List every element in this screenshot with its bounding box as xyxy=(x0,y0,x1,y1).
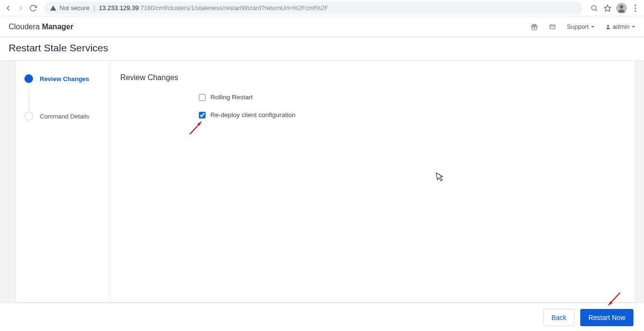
back-button[interactable]: Back xyxy=(543,309,575,326)
browser-bar: Not secure | 13.233.129.39:7180/cmf/clus… xyxy=(0,0,644,16)
reload-icon[interactable] xyxy=(29,4,37,12)
svg-marker-2 xyxy=(604,5,610,11)
svg-line-1 xyxy=(596,10,597,11)
svg-marker-14 xyxy=(197,122,201,126)
redeploy-client-row: Re-deploy client configuration xyxy=(120,111,625,118)
redeploy-client-label[interactable]: Re-deploy client configuration xyxy=(210,111,296,118)
address-bar[interactable]: Not secure | 13.233.129.39:7180/cmf/clus… xyxy=(44,1,583,15)
wizard-sidebar: Review Changes Command Details xyxy=(16,61,111,302)
svg-point-12 xyxy=(607,25,609,27)
step-bullet xyxy=(24,112,33,120)
addr-separator: | xyxy=(93,4,95,12)
restart-now-button[interactable]: Restart Now xyxy=(580,309,633,326)
rolling-restart-row: Rolling Restart xyxy=(120,94,625,101)
svg-point-5 xyxy=(634,4,636,6)
brand-first: Cloudera xyxy=(9,23,42,31)
menu-dots-icon[interactable] xyxy=(631,3,640,13)
wizard-footer: Back Restart Now xyxy=(0,303,644,331)
wizard-panel: Review Changes Command Details Review Ch… xyxy=(15,61,635,303)
gift-icon[interactable] xyxy=(530,23,538,31)
user-dropdown[interactable]: admin xyxy=(605,23,635,30)
content-heading: Review Changes xyxy=(120,73,625,82)
wizard-content: Review Changes Rolling Restart Re-deploy… xyxy=(111,61,635,302)
chevron-down-icon xyxy=(632,26,635,28)
profile-avatar[interactable] xyxy=(616,3,627,13)
svg-rect-11 xyxy=(550,25,555,29)
wizard-step-command-details[interactable]: Command Details xyxy=(24,111,104,121)
svg-point-4 xyxy=(620,5,623,8)
annotation-arrow-icon xyxy=(187,118,206,137)
url-path: :7180/cmf/clusters/1/staleness/restartWi… xyxy=(138,4,328,12)
url-host: 13.233.129.39 xyxy=(99,4,138,12)
main-area: Review Changes Command Details Review Ch… xyxy=(0,61,644,303)
support-dropdown[interactable]: Support xyxy=(567,23,595,30)
svg-line-13 xyxy=(190,122,201,134)
parcels-icon[interactable] xyxy=(549,23,556,31)
not-secure-warning: Not secure xyxy=(50,4,90,12)
page-search-icon[interactable] xyxy=(589,3,599,13)
url: 13.233.129.39:7180/cmf/clusters/1/stalen… xyxy=(99,4,328,12)
rolling-restart-label[interactable]: Rolling Restart xyxy=(210,94,253,101)
forward-icon xyxy=(16,4,25,12)
step-label: Review Changes xyxy=(40,75,89,83)
wizard-step-review-changes[interactable]: Review Changes xyxy=(24,73,104,84)
back-icon[interactable] xyxy=(4,4,12,12)
brand-bold: Manager xyxy=(42,23,73,31)
svg-point-7 xyxy=(634,10,636,12)
svg-point-6 xyxy=(634,7,636,9)
step-label: Command Details xyxy=(40,113,89,120)
page-title: Restart Stale Services xyxy=(9,42,635,54)
step-bullet xyxy=(24,74,33,83)
user-label: admin xyxy=(613,23,630,30)
brand[interactable]: Cloudera Manager xyxy=(9,23,73,31)
app-header: Cloudera Manager Support admin xyxy=(0,16,644,37)
chevron-down-icon xyxy=(591,26,595,28)
left-gutter xyxy=(0,61,15,303)
page-title-row: Restart Stale Services xyxy=(0,37,644,61)
redeploy-client-checkbox[interactable] xyxy=(199,112,206,118)
svg-point-0 xyxy=(592,5,596,10)
header-right: Support admin xyxy=(530,23,635,31)
right-gutter xyxy=(635,61,644,303)
not-secure-label: Not secure xyxy=(59,4,90,12)
rolling-restart-checkbox[interactable] xyxy=(199,94,206,101)
support-label: Support xyxy=(567,23,589,30)
bookmark-star-icon[interactable] xyxy=(603,3,612,13)
